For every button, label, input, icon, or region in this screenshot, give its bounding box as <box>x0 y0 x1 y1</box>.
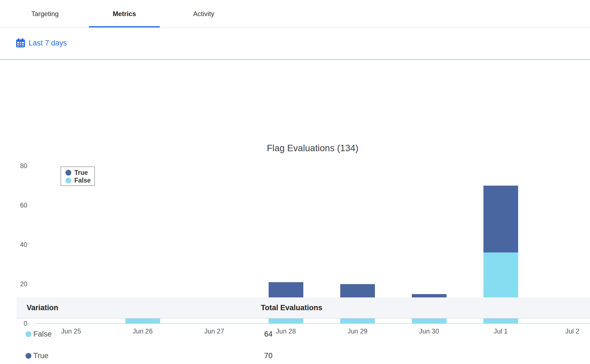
calendar-icon <box>16 38 25 48</box>
variation-table: Variation Total Evaluations False64True7… <box>0 294 590 364</box>
table-row-true: True70 <box>17 346 590 364</box>
date-range-picker[interactable]: Last 7 days <box>16 38 67 48</box>
flag-evaluations-chart: Flag Evaluations (134) TrueFalse 0204060… <box>0 60 590 294</box>
tab-activity[interactable]: Activity <box>164 0 243 27</box>
total-evaluations-value: 70 <box>264 352 273 360</box>
chart-title: Flag Evaluations (134) <box>35 143 590 153</box>
column-header-variation: Variation <box>27 304 58 312</box>
y-tick-80: 80 <box>0 162 27 170</box>
y-tick-40: 40 <box>0 241 27 249</box>
total-evaluations-value: 64 <box>264 330 273 338</box>
legend-dot-true <box>65 170 71 176</box>
filter-row: Last 7 days <box>0 28 590 60</box>
column-header-total-evaluations: Total Evaluations <box>261 304 322 312</box>
variation-dot-false <box>26 331 31 337</box>
legend-label: False <box>74 177 91 184</box>
legend-item-false: False <box>65 176 94 184</box>
bar-jul-1-true <box>483 186 518 252</box>
y-tick-20: 20 <box>0 280 27 288</box>
table-row-false: False64 <box>17 324 590 344</box>
chart-legend: TrueFalse <box>60 166 95 186</box>
table-header: Variation Total Evaluations <box>17 297 590 318</box>
tab-targeting[interactable]: Targeting <box>5 0 85 27</box>
legend-dot-false <box>65 178 71 183</box>
legend-label: True <box>74 169 88 176</box>
legend-item-true: True <box>65 169 94 176</box>
tab-bar: Targeting Metrics Activity <box>0 0 590 28</box>
variation-dot-true <box>26 353 31 359</box>
variation-name: False <box>33 330 52 338</box>
y-tick-60: 60 <box>0 201 27 209</box>
variation-name: True <box>33 352 49 360</box>
tab-metrics[interactable]: Metrics <box>85 0 164 27</box>
date-range-label: Last 7 days <box>29 39 67 47</box>
